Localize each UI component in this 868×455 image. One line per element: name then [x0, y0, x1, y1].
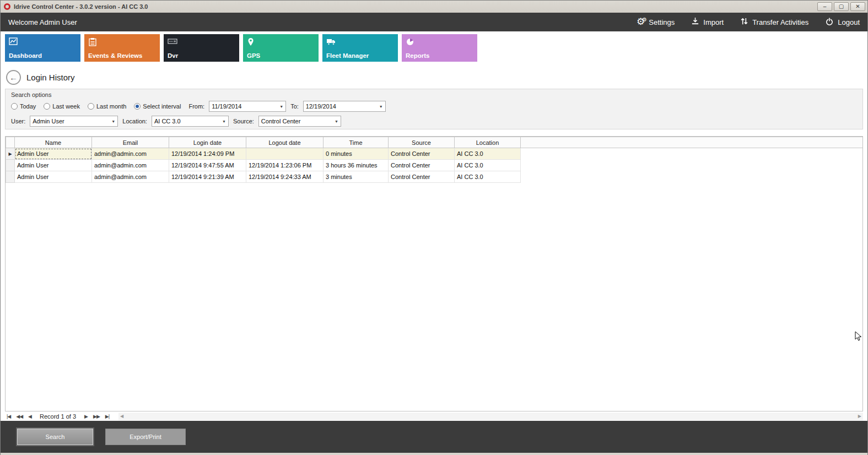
horizontal-scrollbar[interactable]: ◀ ▶: [118, 413, 863, 420]
cell-location[interactable]: AI CC 3.0: [455, 160, 521, 171]
column-header-logout-date[interactable]: Logout date: [246, 137, 324, 148]
dvr-box-icon: [168, 37, 177, 47]
tile-dvr[interactable]: Dvr: [164, 34, 239, 62]
settings-label: Settings: [649, 18, 675, 26]
radio-last-week[interactable]: Last week: [44, 103, 80, 110]
radio-last-month[interactable]: Last month: [88, 103, 126, 110]
source-combobox[interactable]: Control Center ▼: [258, 116, 341, 127]
nav-last-button[interactable]: ▶|: [104, 414, 111, 419]
column-header-source[interactable]: Source: [389, 137, 455, 148]
radio-last-week-label: Last week: [52, 103, 80, 110]
page-title: Login History: [26, 73, 75, 82]
cell-location[interactable]: AI CC 3.0: [455, 171, 521, 183]
record-navigator: |◀ ◀◀ ◀ Record 1 of 3 ▶ ▶▶ ▶| ◀ ▶: [5, 411, 863, 421]
radio-select-interval-label: Select interval: [143, 103, 181, 110]
chevron-down-icon: ▼: [220, 120, 228, 123]
from-label: From:: [188, 103, 204, 110]
page-header: ← Login History: [1, 66, 867, 89]
import-button[interactable]: Import: [691, 17, 724, 27]
export-print-button[interactable]: Export/Print: [105, 429, 186, 445]
grid-header-row: Name Email Login date Logout date Time S…: [6, 137, 863, 148]
close-icon: ✕: [855, 3, 860, 9]
cell-logout-date[interactable]: 12/19/2014 9:24:33 AM: [246, 171, 324, 183]
close-button[interactable]: ✕: [850, 2, 865, 11]
record-count-label: Record 1 of 3: [40, 413, 76, 420]
location-label: Location:: [122, 118, 147, 124]
table-row[interactable]: Admin User admin@admin.com 12/19/2014 9:…: [6, 160, 863, 171]
cell-email[interactable]: admin@admin.com: [92, 171, 169, 183]
cell-time[interactable]: 3 minutes: [324, 171, 389, 183]
radio-today[interactable]: Today: [11, 103, 36, 110]
cell-name[interactable]: Admin User: [15, 148, 92, 160]
back-button[interactable]: ←: [6, 70, 21, 85]
logout-button[interactable]: Logout: [825, 17, 860, 28]
cell-location[interactable]: AI CC 3.0: [455, 148, 521, 160]
radio-select-interval[interactable]: Select interval: [134, 103, 181, 110]
location-value: AI CC 3.0: [152, 118, 220, 124]
column-header-location[interactable]: Location: [455, 137, 521, 148]
cell-name[interactable]: Admin User: [15, 171, 92, 183]
cell-filler: [521, 171, 863, 183]
scroll-right-icon[interactable]: ▶: [856, 414, 863, 419]
tile-gps[interactable]: GPS: [243, 34, 319, 62]
cell-source[interactable]: Control Center: [389, 160, 455, 171]
settings-button[interactable]: ⚙⚙ Settings: [637, 18, 675, 27]
radio-circle: [134, 103, 141, 110]
nav-next-button[interactable]: ▶: [83, 414, 89, 419]
cell-email[interactable]: admin@admin.com: [92, 148, 169, 160]
map-pin-icon: [247, 37, 255, 48]
user-combobox[interactable]: Admin User ▼: [30, 116, 118, 127]
cell-source[interactable]: Control Center: [389, 148, 455, 160]
cell-logout-date[interactable]: [246, 148, 324, 160]
cell-login-date[interactable]: 12/19/2014 9:47:55 AM: [169, 160, 246, 171]
transfer-activities-label: Transfer Activities: [752, 18, 808, 26]
cell-time[interactable]: 0 minutes: [324, 148, 389, 160]
tile-gps-label: GPS: [247, 52, 260, 59]
transfer-activities-button[interactable]: Transfer Activities: [740, 17, 808, 27]
row-indicator-header: [6, 137, 15, 148]
cell-login-date[interactable]: 12/19/2014 9:21:39 AM: [169, 171, 246, 183]
line-chart-icon: [9, 37, 18, 48]
window-title: Idrive Control Center - 3.0.2 version - …: [14, 3, 817, 10]
tile-fleet-manager[interactable]: Fleet Manager: [322, 34, 398, 62]
cell-email[interactable]: admin@admin.com: [92, 160, 169, 171]
cell-name[interactable]: Admin User: [15, 160, 92, 171]
radio-last-month-label: Last month: [96, 103, 126, 110]
maximize-button[interactable]: ▢: [834, 2, 849, 11]
column-header-time[interactable]: Time: [324, 137, 389, 148]
to-date-combobox[interactable]: 12/19/2014 ▼: [303, 101, 386, 112]
search-button[interactable]: Search: [17, 429, 93, 445]
tile-dashboard-label: Dashboard: [9, 52, 42, 59]
scroll-left-icon[interactable]: ◀: [118, 414, 125, 419]
footer-bar: Search Export/Print: [1, 421, 867, 453]
cell-login-date[interactable]: 12/19/2014 1:24:09 PM: [169, 148, 246, 160]
app-window: Idrive Control Center - 3.0.2 version - …: [0, 0, 868, 455]
minimize-button[interactable]: –: [817, 2, 832, 11]
tile-reports-label: Reports: [406, 52, 429, 59]
table-row[interactable]: Admin User admin@admin.com 12/19/2014 9:…: [6, 171, 863, 183]
nav-first-button[interactable]: |◀: [5, 414, 12, 419]
column-header-email[interactable]: Email: [92, 137, 169, 148]
logout-label: Logout: [838, 18, 860, 26]
tile-dashboard[interactable]: Dashboard: [5, 34, 80, 62]
column-header-login-date[interactable]: Login date: [169, 137, 246, 148]
chevron-down-icon: ▼: [377, 105, 385, 109]
cell-time[interactable]: 3 hours 36 minutes: [324, 160, 389, 171]
search-options-label: Search options: [11, 91, 857, 98]
column-header-name[interactable]: Name: [15, 137, 92, 148]
location-combobox[interactable]: AI CC 3.0 ▼: [152, 116, 229, 127]
tile-events-reviews[interactable]: Events & Reviews: [84, 34, 160, 62]
source-label: Source:: [233, 118, 254, 124]
nav-prev-button[interactable]: ◀: [26, 414, 33, 419]
nav-prev-page-button[interactable]: ◀◀: [14, 414, 24, 419]
table-row[interactable]: ▶ Admin User admin@admin.com 12/19/2014 …: [6, 148, 863, 160]
radio-circle: [88, 103, 94, 110]
user-value: Admin User: [30, 118, 109, 124]
cell-source[interactable]: Control Center: [389, 171, 455, 183]
cell-logout-date[interactable]: 12/19/2014 1:23:06 PM: [246, 160, 324, 171]
tile-reports[interactable]: Reports: [402, 34, 477, 62]
row-indicator: [6, 171, 15, 183]
nav-next-page-button[interactable]: ▶▶: [91, 414, 101, 419]
from-date-combobox[interactable]: 11/19/2014 ▼: [209, 101, 286, 112]
maximize-icon: ▢: [839, 3, 844, 9]
